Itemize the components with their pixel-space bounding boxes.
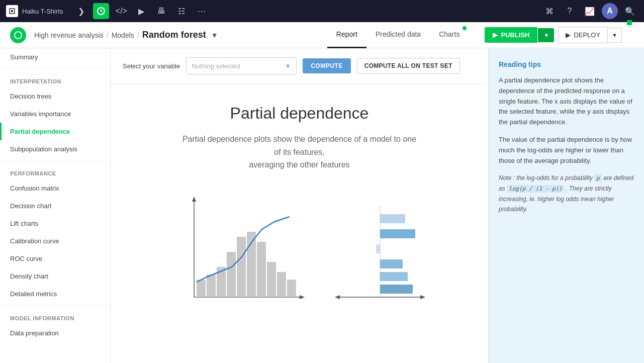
deploy-icon: ▶ (566, 31, 571, 39)
svg-rect-5 (197, 280, 206, 297)
feature-bar-chart (330, 192, 430, 307)
trend-icon[interactable]: 📈 (582, 3, 598, 19)
svg-rect-19 (380, 214, 405, 223)
nav-icon-arrow[interactable]: ❯ (73, 3, 89, 19)
svg-rect-9 (237, 237, 246, 297)
compute-all-button[interactable]: COMPUTE ALL ON TEST SET (357, 58, 460, 74)
grid-icon[interactable]: ⌘ (541, 3, 558, 19)
breadcrumb-sep2: / (137, 31, 139, 39)
sidebar-item-detailed-metrics[interactable]: Detailed metrics (0, 285, 110, 303)
variable-select-dropdown[interactable]: Nothing selected ▼ (186, 57, 297, 74)
secondbar: High revenue analysis / Models / Random … (0, 22, 644, 48)
sidebar-item-data-preparation[interactable]: Data preparation (0, 324, 110, 342)
search-icon[interactable]: 🔍 (622, 3, 638, 19)
svg-rect-8 (227, 252, 236, 297)
sidebar-item-subpopulation-analysis[interactable]: Subpopulation analysis (0, 140, 110, 158)
sidebar-item-decision-chart[interactable]: Decision chart (0, 197, 110, 215)
breadcrumb-dropdown-icon[interactable]: ▼ (211, 31, 218, 39)
publish-dropdown-button[interactable]: ▼ (538, 28, 554, 42)
help-icon[interactable]: ? (562, 3, 578, 19)
app-name: Haiku T-Shirts (22, 8, 63, 15)
breadcrumb-sep1: / (107, 31, 109, 39)
nav-icon-play[interactable]: ▶ (133, 3, 149, 19)
reading-tips-note: Note : the log-odds for a probability p … (499, 173, 634, 214)
svg-marker-17 (335, 295, 340, 299)
svg-rect-13 (277, 272, 286, 297)
nav-icon-print[interactable]: 🖶 (153, 3, 169, 19)
svg-marker-16 (420, 295, 425, 299)
tab-bar: Report Predicted data Charts ▶ PUBLISH ▼… (327, 22, 634, 48)
svg-rect-21 (376, 244, 380, 253)
main-layout: Summary INTERPRETATION Decision trees Va… (0, 48, 644, 363)
svg-rect-23 (380, 272, 408, 281)
reading-tips-para2: The value of the partial dependence is b… (499, 135, 634, 166)
breadcrumb-current[interactable]: Random forest (142, 30, 206, 40)
sidebar-divider-1 (0, 68, 110, 68)
dss-logo[interactable] (10, 27, 26, 43)
publish-icon: ▶ (493, 31, 498, 39)
sidebar-divider-2 (0, 160, 110, 160)
svg-rect-14 (287, 280, 296, 297)
nav-icon-circle[interactable] (93, 3, 109, 19)
dropdown-chevron-icon: ▼ (285, 62, 291, 70)
tab-predicted-data[interactable]: Predicted data (366, 22, 430, 48)
svg-rect-11 (257, 242, 266, 297)
deploy-dropdown-button[interactable]: ▼ (608, 28, 622, 43)
main-panel: Select your variable Nothing selected ▼ … (111, 48, 488, 363)
svg-rect-6 (207, 275, 216, 297)
svg-rect-22 (380, 259, 403, 268)
breadcrumb-section[interactable]: Models (112, 31, 134, 39)
pd-subtitle: Partial dependence plots show the depend… (131, 133, 468, 171)
sidebar-item-confusion-matrix[interactable]: Confusion matrix (0, 179, 110, 197)
svg-rect-12 (267, 262, 276, 297)
sidebar-item-variables-importance[interactable]: Variables importance (0, 105, 110, 123)
pd-content: Partial dependence Partial dependence pl… (111, 84, 488, 327)
histogram-chart (169, 192, 310, 307)
nav-icon-code[interactable]: </> (113, 3, 129, 19)
compute-button[interactable]: COMPUTE (303, 58, 351, 73)
svg-rect-20 (380, 229, 415, 238)
breadcrumb: High revenue analysis / Models / Random … (34, 30, 218, 40)
sidebar-divider-3 (0, 305, 110, 305)
sidebar-item-density-chart[interactable]: Density chart (0, 267, 110, 285)
sidebar-section-model-info: MODEL INFORMATION (0, 307, 110, 324)
reading-tips-panel: Reading tips A partial dependence plot s… (488, 48, 644, 363)
variable-bar: Select your variable Nothing selected ▼ … (111, 48, 488, 84)
breadcrumb-project[interactable]: High revenue analysis (34, 31, 104, 39)
sidebar-item-calibration-curve[interactable]: Calibration curve (0, 232, 110, 250)
sidebar: Summary INTERPRETATION Decision trees Va… (0, 48, 111, 363)
svg-rect-24 (380, 285, 413, 294)
topbar: Haiku T-Shirts ❯ </> ▶ 🖶 ☷ ⋯ ⌘ ? 📈 A 🔍 (0, 0, 644, 22)
sidebar-item-partial-dependence[interactable]: Partial dependence (0, 123, 110, 140)
tab-charts[interactable]: Charts (430, 22, 469, 48)
content-area: Select your variable Nothing selected ▼ … (111, 48, 644, 363)
reading-tips-para1: A partial dependence plot shows the depe… (499, 75, 634, 128)
tab-report[interactable]: Report (327, 22, 366, 48)
pd-charts-row (131, 192, 468, 307)
svg-marker-4 (300, 295, 305, 299)
app-logo (6, 5, 18, 17)
publish-button[interactable]: ▶ PUBLISH (485, 27, 537, 43)
deploy-button[interactable]: ▶ DEPLOY (558, 27, 608, 43)
sidebar-item-decision-trees[interactable]: Decision trees (0, 87, 110, 105)
nav-icon-more[interactable]: ⋯ (194, 3, 210, 19)
sidebar-section-interpretation: INTERPRETATION (0, 70, 110, 87)
sidebar-item-lift-charts[interactable]: Lift charts (0, 215, 110, 232)
pd-title: Partial dependence (131, 104, 468, 123)
svg-marker-2 (192, 197, 196, 202)
sidebar-section-performance: PERFORMANCE (0, 162, 110, 179)
sidebar-item-summary[interactable]: Summary (0, 48, 110, 66)
sidebar-item-roc-curve[interactable]: ROC curve (0, 250, 110, 267)
user-avatar[interactable]: A (602, 3, 618, 19)
nav-icon-dashboard[interactable]: ☷ (173, 3, 190, 19)
charts-tab-indicator (463, 26, 467, 30)
variable-selector-label: Select your variable (123, 62, 180, 70)
reading-tips-title: Reading tips (499, 60, 634, 68)
